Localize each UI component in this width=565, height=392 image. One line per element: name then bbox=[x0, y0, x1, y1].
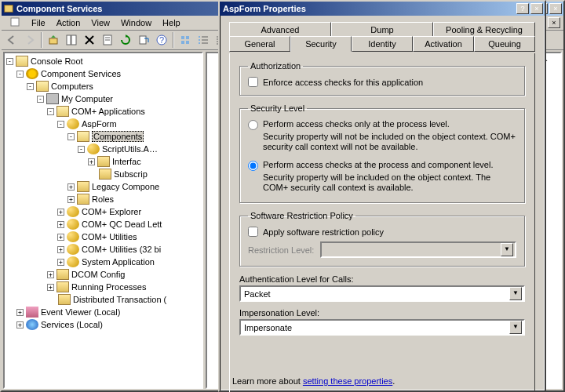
svg-rect-2 bbox=[49, 38, 57, 44]
svg-rect-17 bbox=[199, 39, 200, 41]
tree-my-computer[interactable]: -My Computer bbox=[6, 93, 200, 105]
close-button[interactable]: × bbox=[549, 3, 562, 14]
impersonation-select[interactable]: Impersonate ▼ bbox=[239, 319, 525, 336]
tree-legacy[interactable]: +Legacy Compone bbox=[6, 180, 200, 193]
srp-apply-checkbox[interactable]: Apply software restriction policy bbox=[248, 227, 516, 237]
tree-aspform[interactable]: -AspForm bbox=[6, 118, 200, 130]
tree-com-utilities[interactable]: +COM+ Utilities bbox=[6, 230, 200, 243]
doc-icon bbox=[5, 15, 25, 31]
svg-rect-19 bbox=[199, 42, 200, 44]
tree-roles[interactable]: +Roles bbox=[6, 193, 200, 205]
tree-services[interactable]: +Services (Local) bbox=[6, 318, 200, 331]
menu-window[interactable]: Window bbox=[116, 16, 156, 29]
view-large-button[interactable] bbox=[177, 31, 194, 49]
seclevel-process-input[interactable] bbox=[248, 120, 258, 130]
tabstrip: Advanced Dump Pooling & Recycling Genera… bbox=[229, 22, 535, 53]
tab-queuing[interactable]: Queuing bbox=[474, 36, 535, 52]
seclevel-process-desc: Security property will not be included o… bbox=[263, 132, 516, 152]
menu-action[interactable]: Action bbox=[52, 16, 86, 29]
forward-button[interactable] bbox=[21, 31, 38, 49]
tab-identity[interactable]: Identity bbox=[352, 36, 413, 52]
export-button[interactable] bbox=[135, 31, 152, 49]
tab-dump[interactable]: Dump bbox=[331, 22, 433, 38]
seclevel-component-input[interactable] bbox=[248, 161, 258, 171]
software-restriction-group: Software Restriction Policy Apply softwa… bbox=[239, 211, 525, 267]
security-level-legend: Security Level bbox=[248, 103, 307, 113]
svg-text:?: ? bbox=[159, 35, 164, 45]
chevron-down-icon[interactable]: ▼ bbox=[509, 321, 522, 334]
tab-pooling[interactable]: Pooling & Recycling bbox=[433, 22, 535, 38]
enforce-access-input[interactable] bbox=[248, 77, 258, 87]
enforce-access-checkbox[interactable]: Enforce access checks for this applicati… bbox=[248, 77, 516, 87]
seclevel-component-radio[interactable]: Perform access checks at the process and… bbox=[248, 160, 516, 171]
srp-level-select: ▼ bbox=[320, 241, 516, 258]
tree-dcom-config[interactable]: +DCOM Config bbox=[6, 268, 200, 281]
tree-dtc[interactable]: Distributed Transaction ( bbox=[6, 293, 200, 306]
properties-dialog: AspForm Properties ? × Advanced Dump Poo… bbox=[218, 0, 546, 392]
tree-pane[interactable]: -Console Root -Component Services -Compu… bbox=[3, 52, 203, 389]
dialog-title: AspForm Properties bbox=[221, 4, 516, 13]
dialog-close-button[interactable]: × bbox=[530, 3, 543, 14]
tab-security[interactable]: Security bbox=[290, 36, 352, 52]
auth-level-select[interactable]: Packet ▼ bbox=[239, 285, 525, 302]
menu-help[interactable]: Help bbox=[158, 16, 185, 29]
svg-rect-15 bbox=[199, 36, 200, 38]
dialog-titlebar[interactable]: AspForm Properties ? × bbox=[220, 2, 545, 16]
svg-rect-0 bbox=[5, 5, 13, 13]
refresh-button[interactable] bbox=[117, 31, 134, 49]
chevron-down-icon: ▼ bbox=[501, 243, 513, 256]
properties-button[interactable] bbox=[99, 31, 116, 49]
svg-rect-1 bbox=[11, 18, 19, 26]
view-list-button[interactable] bbox=[195, 31, 212, 49]
authorization-legend: Authorization bbox=[248, 61, 303, 71]
svg-rect-12 bbox=[186, 36, 189, 39]
security-level-group: Security Level Perform access checks onl… bbox=[239, 103, 525, 203]
tree-com-utilities-32[interactable]: +COM+ Utilities (32 bi bbox=[6, 243, 200, 256]
tab-activation[interactable]: Activation bbox=[413, 36, 474, 52]
impersonation-label: Impersonation Level: bbox=[239, 308, 525, 318]
tree-interfaces[interactable]: +Interfac bbox=[6, 155, 200, 168]
svg-rect-13 bbox=[181, 41, 184, 44]
tree-computers[interactable]: -Computers bbox=[6, 80, 200, 93]
up-button[interactable] bbox=[45, 31, 62, 49]
svg-rect-3 bbox=[67, 35, 71, 45]
menu-view[interactable]: View bbox=[86, 16, 115, 29]
srp-level-label: Restriction Level: bbox=[248, 245, 314, 255]
dialog-help-button[interactable]: ? bbox=[516, 3, 529, 14]
app-icon bbox=[3, 3, 14, 14]
authorization-group: Authorization Enforce access checks for … bbox=[239, 61, 525, 96]
show-tree-button[interactable] bbox=[63, 31, 80, 49]
svg-rect-11 bbox=[181, 36, 184, 39]
tree-console-root[interactable]: -Console Root bbox=[6, 55, 200, 67]
svg-rect-4 bbox=[71, 35, 76, 45]
menu-file[interactable]: File bbox=[27, 16, 50, 29]
tree-scriptutils[interactable]: -ScriptUtils.A… bbox=[6, 143, 200, 155]
help-button[interactable]: ? bbox=[153, 31, 170, 49]
learn-more: Learn more about setting these propertie… bbox=[232, 376, 395, 386]
tree-com-qc[interactable]: +COM+ QC Dead Lett bbox=[6, 218, 200, 230]
tab-advanced[interactable]: Advanced bbox=[229, 22, 331, 38]
seclevel-component-desc: Security property will be included on th… bbox=[263, 172, 516, 193]
svg-rect-8 bbox=[140, 36, 146, 44]
tree-com-applications[interactable]: -COM+ Applications bbox=[6, 105, 200, 118]
delete-button[interactable] bbox=[81, 31, 98, 49]
chevron-down-icon[interactable]: ▼ bbox=[509, 287, 522, 300]
srp-apply-input[interactable] bbox=[248, 227, 258, 237]
srp-legend: Software Restriction Policy bbox=[248, 211, 355, 220]
tree-component-services[interactable]: -Component Services bbox=[6, 67, 200, 80]
tree-components[interactable]: -Components bbox=[6, 130, 200, 143]
learn-more-link[interactable]: setting these properties bbox=[303, 376, 392, 386]
tree-running-processes[interactable]: +Running Processes bbox=[6, 281, 200, 293]
seclevel-process-radio[interactable]: Perform access checks only at the proces… bbox=[248, 119, 516, 130]
back-button[interactable] bbox=[3, 31, 20, 49]
mdi-close-button[interactable]: × bbox=[548, 17, 560, 28]
tree-com-explorer[interactable]: +COM+ Explorer bbox=[6, 205, 200, 218]
tab-general[interactable]: General bbox=[229, 36, 290, 52]
tab-panel-security: Authorization Enforce access checks for … bbox=[229, 53, 535, 392]
auth-level-label: Authentication Level for Calls: bbox=[239, 274, 525, 284]
svg-rect-14 bbox=[186, 41, 189, 44]
tree-system-application[interactable]: +System Application bbox=[6, 256, 200, 268]
tree-subscriptions[interactable]: Subscrip bbox=[6, 168, 200, 180]
tree-event-viewer[interactable]: +Event Viewer (Local) bbox=[6, 306, 200, 318]
